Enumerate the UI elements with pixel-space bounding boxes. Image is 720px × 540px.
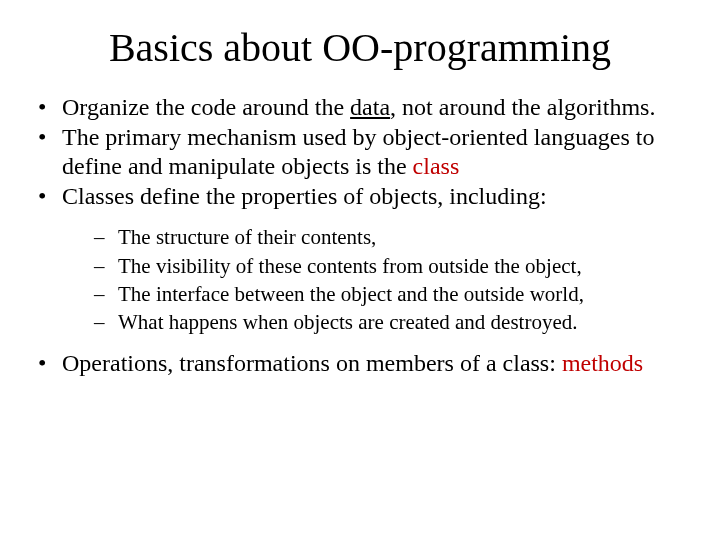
bullet-item: Organize the code around the data, not a… xyxy=(36,93,684,121)
sub-item: The visibility of these contents from ou… xyxy=(94,253,684,279)
text: The interface between the object and the… xyxy=(118,282,584,306)
sub-item: What happens when objects are created an… xyxy=(94,309,684,335)
text: The structure of their contents, xyxy=(118,225,376,249)
keyword-methods: methods xyxy=(562,350,643,376)
underlined-text: data xyxy=(350,94,390,120)
text: The visibility of these contents from ou… xyxy=(118,254,582,278)
bullet-item: Operations, transformations on members o… xyxy=(36,349,684,377)
sub-item: The interface between the object and the… xyxy=(94,281,684,307)
bullet-item: The primary mechanism used by object-ori… xyxy=(36,123,684,180)
keyword-class: class xyxy=(413,153,460,179)
slide: Basics about OO-programming Organize the… xyxy=(0,0,720,540)
sub-list: The structure of their contents, The vis… xyxy=(62,224,684,335)
bullet-item: Classes define the properties of objects… xyxy=(36,182,684,335)
slide-title: Basics about OO-programming xyxy=(28,24,692,71)
text: Operations, transformations on members o… xyxy=(62,350,562,376)
text: Organize the code around the xyxy=(62,94,350,120)
text: The primary mechanism used by object-ori… xyxy=(62,124,654,178)
text: What happens when objects are created an… xyxy=(118,310,577,334)
bullet-list: Organize the code around the data, not a… xyxy=(28,93,692,378)
text: , not around the algorithms. xyxy=(390,94,655,120)
text: Classes define the properties of objects… xyxy=(62,183,547,209)
sub-item: The structure of their contents, xyxy=(94,224,684,250)
